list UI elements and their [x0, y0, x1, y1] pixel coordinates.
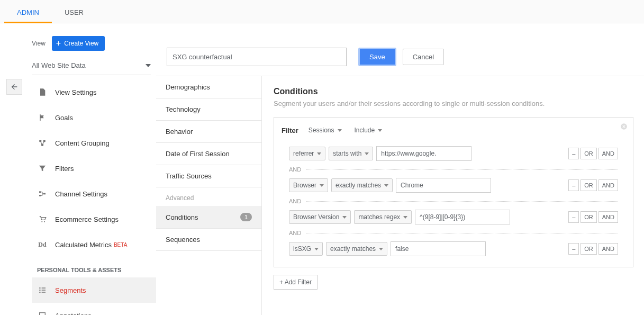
- cat-conditions-label: Conditions: [166, 213, 198, 221]
- beta-badge: BETA: [114, 242, 127, 248]
- dimension-dropdown[interactable]: Browser Version: [289, 210, 351, 224]
- and-separator: AND: [282, 196, 625, 206]
- conditions-panel: Conditions Segment your users and/or the…: [262, 76, 644, 315]
- nav-calculated-metrics[interactable]: Dd Calculated Metrics BETA: [32, 232, 156, 257]
- remove-condition-button[interactable]: –: [568, 179, 579, 191]
- tab-user[interactable]: USER: [52, 2, 96, 23]
- caret-down-icon: [365, 152, 369, 155]
- filter-scope-dropdown[interactable]: Sessions: [306, 125, 344, 136]
- channel-icon: [37, 188, 48, 199]
- nav-label: Filters: [55, 165, 74, 173]
- back-button[interactable]: [6, 79, 22, 95]
- filter-scope-value: Sessions: [309, 127, 334, 134]
- close-icon: [620, 123, 628, 130]
- or-button[interactable]: OR: [580, 211, 597, 223]
- sidebar: View + Create View All Web Site Data Vie…: [24, 23, 156, 315]
- and-separator: AND: [282, 228, 625, 238]
- nav-label: Goals: [55, 114, 73, 122]
- cat-behavior[interactable]: Behavior: [156, 121, 261, 143]
- caret-down-icon: [384, 184, 388, 187]
- dimension-value: isSXG: [293, 245, 311, 253]
- operator-value: exactly matches: [330, 245, 376, 253]
- remove-condition-button[interactable]: –: [568, 148, 579, 159]
- metrics-icon: Dd: [37, 239, 48, 250]
- svg-point-7: [44, 221, 45, 222]
- nav-view-settings[interactable]: View Settings: [32, 79, 156, 105]
- cat-traffic[interactable]: Traffic Sources: [156, 165, 261, 187]
- condition-row: Browser Version matches regex – OR AND: [282, 206, 625, 228]
- nav-ecommerce-settings[interactable]: Ecommerce Settings: [32, 206, 156, 232]
- value-input[interactable]: [415, 210, 510, 224]
- and-button[interactable]: AND: [598, 179, 618, 191]
- dimension-dropdown[interactable]: Browser: [289, 178, 328, 192]
- panel-subtitle: Segment your users and/or their sessions…: [274, 100, 633, 107]
- caret-down-icon: [317, 152, 321, 155]
- cart-icon: [37, 214, 48, 224]
- conditions-count-badge: 1: [240, 213, 252, 221]
- operator-dropdown[interactable]: starts with: [329, 147, 373, 160]
- create-view-label: Create View: [64, 40, 98, 47]
- cat-conditions[interactable]: Conditions 1: [156, 206, 261, 229]
- operator-dropdown[interactable]: matches regex: [354, 210, 412, 224]
- dimension-value: referrer: [293, 150, 314, 157]
- value-input[interactable]: [376, 146, 471, 161]
- nav-label: View Settings: [55, 88, 97, 96]
- cat-first-session[interactable]: Date of First Session: [156, 143, 261, 165]
- and-button[interactable]: AND: [598, 211, 618, 223]
- view-selected-value: All Web Site Data: [32, 61, 86, 69]
- remove-condition-button[interactable]: –: [568, 243, 579, 255]
- nav-content-grouping[interactable]: Content Grouping: [32, 130, 156, 156]
- create-view-button[interactable]: + Create View: [52, 36, 105, 51]
- add-filter-button[interactable]: + Add Filter: [274, 275, 318, 290]
- operator-dropdown[interactable]: exactly matches: [326, 242, 387, 256]
- view-selector[interactable]: All Web Site Data: [32, 56, 151, 75]
- segment-name-input[interactable]: [167, 48, 347, 66]
- cat-demographics[interactable]: Demographics: [156, 76, 261, 98]
- nav-label: Calculated Metrics: [55, 241, 112, 249]
- or-button[interactable]: OR: [580, 243, 597, 255]
- value-input[interactable]: [396, 178, 491, 193]
- nav-goals[interactable]: Goals: [32, 105, 156, 130]
- page-icon: [37, 87, 48, 97]
- or-button[interactable]: OR: [580, 148, 597, 159]
- nav-label: Channel Settings: [55, 190, 107, 198]
- nav-filters[interactable]: Filters: [32, 156, 156, 181]
- nav-segments[interactable]: Segments: [32, 277, 156, 303]
- svg-rect-4: [39, 195, 41, 196]
- nav-label: Segments: [55, 286, 86, 294]
- dimension-value: Browser Version: [293, 213, 339, 221]
- arrow-left-icon: [10, 83, 19, 91]
- cancel-button[interactable]: Cancel: [403, 49, 444, 65]
- operator-dropdown[interactable]: exactly matches: [331, 178, 393, 192]
- cat-technology[interactable]: Technology: [156, 98, 261, 121]
- nav-section-personal: PERSONAL TOOLS & ASSETS: [32, 257, 156, 277]
- and-button[interactable]: AND: [598, 148, 618, 159]
- caret-down-icon: [146, 64, 151, 67]
- and-button[interactable]: AND: [598, 243, 618, 255]
- remove-condition-button[interactable]: –: [568, 211, 579, 223]
- plus-icon: +: [56, 39, 61, 48]
- cat-sequences[interactable]: Sequences: [156, 229, 261, 251]
- save-button[interactable]: Save: [358, 48, 396, 66]
- caret-down-icon: [338, 129, 342, 132]
- nav-label: Annotations: [55, 312, 92, 316]
- filter-label: Filter: [282, 127, 298, 134]
- operator-value: matches regex: [358, 213, 400, 221]
- filter-include-dropdown[interactable]: Include: [352, 125, 385, 136]
- view-label: View: [32, 40, 46, 47]
- category-list: Demographics Technology Behavior Date of…: [156, 76, 262, 315]
- operator-value: exactly matches: [335, 182, 381, 189]
- and-separator: AND: [282, 164, 625, 175]
- or-button[interactable]: OR: [580, 179, 597, 191]
- remove-filter-button[interactable]: [620, 123, 628, 130]
- caret-down-icon: [342, 216, 347, 219]
- dimension-dropdown[interactable]: isSXG: [289, 242, 323, 256]
- dimension-dropdown[interactable]: referrer: [289, 147, 325, 160]
- value-input[interactable]: [391, 241, 486, 256]
- nav-label: Ecommerce Settings: [55, 215, 119, 223]
- tab-admin[interactable]: ADMIN: [4, 2, 52, 23]
- nav-channel-settings[interactable]: Channel Settings: [32, 181, 156, 206]
- nav-annotations[interactable]: Annotations: [32, 303, 156, 315]
- caret-down-icon: [378, 129, 382, 132]
- segments-icon: [37, 285, 48, 295]
